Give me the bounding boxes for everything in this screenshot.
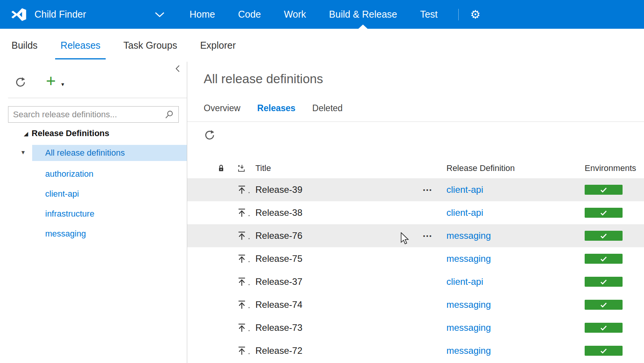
- chevron-down-icon[interactable]: [154, 11, 165, 18]
- project-name[interactable]: Child Finder: [34, 9, 86, 20]
- search-input[interactable]: [8, 107, 165, 122]
- add-dropdown-caret-icon[interactable]: ▾: [61, 81, 64, 88]
- release-title-link[interactable]: Release-72: [255, 345, 302, 356]
- sidebar-item-label: infrastructure: [45, 209, 94, 219]
- tab-label: Builds: [11, 40, 38, 51]
- release-reason-icon[interactable]: [237, 164, 245, 172]
- sidebar-item-all-release-definitions[interactable]: All release definitions: [32, 145, 187, 161]
- check-icon: [600, 348, 607, 353]
- nav-label: Code: [238, 9, 261, 20]
- dot: [248, 215, 250, 216]
- view-tab-releases[interactable]: Releases: [257, 102, 296, 114]
- release-icon: [237, 300, 246, 310]
- nav-item-test[interactable]: Test: [409, 0, 449, 29]
- nav-item-build-and-release[interactable]: Build & Release: [317, 0, 409, 29]
- sidebar-item-messaging[interactable]: messaging: [45, 224, 187, 244]
- releases-table-body: Release-39 ••• client-api Release-38 cli…: [187, 178, 644, 362]
- release-definition-link[interactable]: messaging: [446, 230, 491, 241]
- environment-status-badge[interactable]: [585, 254, 623, 264]
- environment-status-badge[interactable]: [585, 231, 623, 241]
- nav-divider: [458, 9, 459, 20]
- sidebar-item-infrastructure[interactable]: infrastructure: [45, 204, 187, 224]
- main-panel: All release definitions Overview Release…: [187, 62, 644, 363]
- view-tabs: Overview Releases Deleted: [204, 102, 360, 114]
- release-icon: [237, 346, 246, 356]
- table-row[interactable]: Release-73 messaging: [187, 316, 644, 339]
- column-header-environments[interactable]: Environments: [585, 163, 636, 173]
- view-tab-overview[interactable]: Overview: [204, 102, 240, 114]
- sidebar-item-label: client-api: [45, 189, 79, 199]
- release-title-link[interactable]: Release-75: [255, 253, 302, 264]
- nav-item-code[interactable]: Code: [227, 0, 273, 29]
- check-icon: [600, 279, 607, 284]
- more-actions-button[interactable]: •••: [423, 233, 433, 239]
- environment-status-badge[interactable]: [585, 346, 623, 356]
- environment-status-badge[interactable]: [585, 185, 623, 195]
- release-icon: [237, 277, 246, 287]
- release-icon: [237, 231, 246, 241]
- content-area: + ▾ ◢ Release Definitions ▾ All release …: [0, 62, 644, 363]
- tree-expander-icon[interactable]: ◢: [24, 131, 28, 136]
- check-icon: [600, 256, 607, 261]
- release-definition-link[interactable]: client-api: [446, 276, 483, 287]
- tab-releases[interactable]: Releases: [49, 29, 112, 62]
- visual-studio-logo-icon[interactable]: [10, 7, 28, 23]
- nav-item-work[interactable]: Work: [272, 0, 317, 29]
- release-title-link[interactable]: Release-39: [255, 184, 302, 195]
- dot: [248, 192, 250, 193]
- dot: [248, 261, 250, 262]
- release-title-link[interactable]: Release-37: [255, 276, 302, 287]
- view-tab-deleted[interactable]: Deleted: [312, 102, 343, 114]
- release-definition-link[interactable]: messaging: [446, 253, 491, 264]
- nav-label: Test: [420, 9, 438, 20]
- top-bar: Child Finder Home Code Work Build & Rele…: [0, 0, 644, 29]
- add-definition-button[interactable]: +: [46, 72, 56, 89]
- column-header-release-definition[interactable]: Release Definition: [446, 163, 515, 173]
- release-definition-link[interactable]: messaging: [446, 299, 491, 310]
- table-row[interactable]: Release-37 client-api: [187, 270, 644, 293]
- release-title-link[interactable]: Release-73: [255, 322, 302, 333]
- nav-item-home[interactable]: Home: [178, 0, 227, 29]
- release-title-link[interactable]: Release-76: [255, 230, 302, 241]
- tab-builds[interactable]: Builds: [0, 29, 49, 62]
- table-row[interactable]: Release-75 messaging: [187, 247, 644, 270]
- refresh-icon[interactable]: [204, 130, 215, 142]
- tab-task-groups[interactable]: Task Groups: [112, 29, 188, 62]
- lock-icon[interactable]: [218, 164, 224, 172]
- tab-explorer[interactable]: Explorer: [189, 29, 247, 62]
- release-definition-link[interactable]: messaging: [446, 345, 491, 356]
- selected-item-caret-icon[interactable]: ▾: [21, 149, 25, 156]
- column-header-title[interactable]: Title: [255, 163, 271, 173]
- tree-items: authorization client-api infrastructure …: [45, 164, 187, 244]
- release-definition-link[interactable]: messaging: [446, 322, 491, 333]
- dot: [248, 330, 250, 331]
- release-definition-link[interactable]: client-api: [446, 207, 483, 218]
- table-row[interactable]: Release-76 ••• messaging: [187, 224, 644, 247]
- collapse-sidebar-button[interactable]: [173, 63, 181, 76]
- search-icon[interactable]: [165, 110, 174, 119]
- table-row[interactable]: Release-74 messaging: [187, 293, 644, 316]
- sidebar-item-client-api[interactable]: client-api: [45, 184, 187, 204]
- environment-status-badge[interactable]: [585, 277, 623, 287]
- tab-label: Explorer: [200, 40, 236, 51]
- more-actions-button[interactable]: •••: [423, 187, 433, 193]
- table-row[interactable]: Release-38 client-api: [187, 201, 644, 224]
- sidebar-item-authorization[interactable]: authorization: [45, 164, 187, 184]
- gear-icon[interactable]: ⚙: [468, 9, 483, 20]
- check-icon: [600, 233, 607, 238]
- release-title-link[interactable]: Release-38: [255, 207, 302, 218]
- environment-status-badge[interactable]: [585, 323, 623, 333]
- page-title: All release definitions: [204, 72, 323, 86]
- refresh-icon[interactable]: [15, 77, 26, 89]
- release-icon: [237, 323, 246, 333]
- table-row[interactable]: Release-72 messaging: [187, 339, 644, 362]
- project-selector[interactable]: Child Finder: [0, 0, 178, 29]
- environment-status-badge[interactable]: [585, 300, 623, 310]
- release-title-link[interactable]: Release-74: [255, 299, 302, 310]
- dot: [248, 238, 250, 239]
- tree-root: ◢ Release Definitions: [24, 128, 110, 138]
- table-row[interactable]: Release-39 ••• client-api: [187, 178, 644, 201]
- release-definition-link[interactable]: client-api: [446, 184, 483, 195]
- sidebar-item-label: All release definitions: [45, 148, 125, 158]
- environment-status-badge[interactable]: [585, 208, 623, 218]
